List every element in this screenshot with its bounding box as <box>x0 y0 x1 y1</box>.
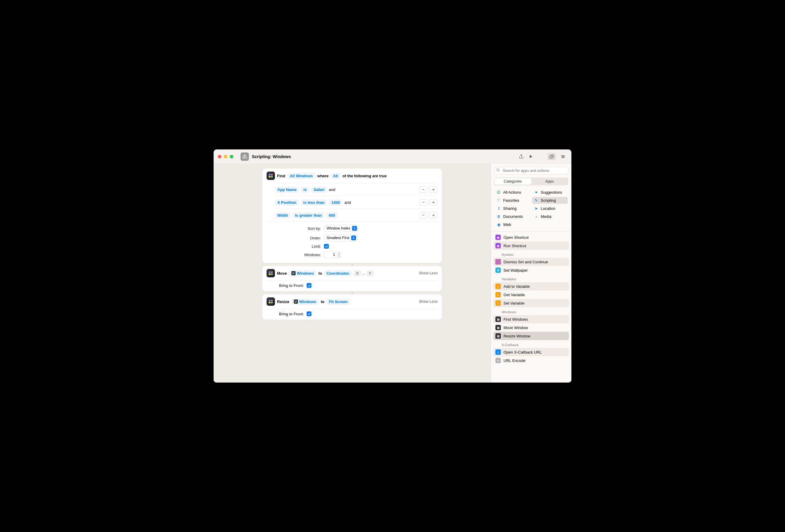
step-down[interactable]: ▼ <box>337 255 341 257</box>
library-toggle-button[interactable] <box>548 153 556 160</box>
match-mode-token[interactable]: All <box>331 173 340 179</box>
category-web[interactable]: ◉Web <box>495 221 530 228</box>
filter-value-token[interactable]: 1400 <box>329 200 342 206</box>
filter-op-token[interactable]: is less than <box>301 200 327 206</box>
share-button[interactable] <box>516 152 526 161</box>
filter-op-token[interactable]: is greater than <box>293 212 324 218</box>
close-window-button[interactable] <box>218 155 221 158</box>
order-select[interactable]: Smallest First <box>324 234 357 241</box>
remove-filter-button[interactable]: − <box>419 186 428 193</box>
find-scope-token[interactable]: All Windows <box>287 173 315 179</box>
action-list: ◆Open Shortcut ◆Run Shortcut System Dism… <box>491 232 572 382</box>
find-windows-action[interactable]: Find All Windows where All of the follow… <box>262 168 442 263</box>
list-item[interactable]: xAdd to Variable <box>493 282 569 291</box>
x-token[interactable]: X <box>354 270 361 276</box>
move-target-token[interactable]: Windows <box>289 270 316 276</box>
location-icon: ➤ <box>534 206 539 211</box>
library-segmented-control: Categories Apps <box>494 178 568 185</box>
filter-field-token[interactable]: Width <box>275 212 290 218</box>
variable-icon: x <box>496 284 501 289</box>
list-item[interactable]: Dismiss Siri and Continue <box>493 258 569 266</box>
to-label: to <box>318 271 322 275</box>
y-token[interactable]: Y <box>366 270 374 276</box>
bring-front-label: Bring to Front: <box>279 312 304 316</box>
show-less-button[interactable]: Show Less <box>419 299 438 304</box>
filter-tail: and <box>344 200 351 205</box>
resize-target-token[interactable]: Windows <box>292 299 319 305</box>
category-suggestions[interactable]: ✦Suggestions <box>532 189 568 196</box>
app-window: Scripting: Windows Find All Win <box>213 150 572 382</box>
windows-icon: ▦ <box>496 325 501 330</box>
svg-rect-11 <box>269 273 271 275</box>
list-item[interactable]: ◆Open Shortcut <box>493 233 569 241</box>
category-favorites[interactable]: ♡Favorites <box>495 197 530 204</box>
category-documents[interactable]: 🗎Documents <box>495 213 530 220</box>
settings-button[interactable] <box>559 153 567 160</box>
action-library-sidebar: Categories Apps ☰All Actions ✦Suggestion… <box>490 164 572 382</box>
resize-window-action[interactable]: Resize Windows to Fit Screen Show Less B… <box>262 294 442 320</box>
list-item[interactable]: ❄Set Wallpaper <box>493 266 569 274</box>
zoom-window-button[interactable] <box>230 155 233 158</box>
svg-point-4 <box>562 157 563 158</box>
svg-rect-10 <box>271 271 273 273</box>
resize-mode-token[interactable]: Fit Screen <box>326 299 350 305</box>
filter-value-token[interactable]: Safari <box>311 186 327 193</box>
mission-control-icon <box>267 297 275 306</box>
category-scripting[interactable]: ✎Scripting <box>532 197 568 204</box>
add-filter-button[interactable]: ＋ <box>429 212 438 218</box>
list-item[interactable]: ▦Resize Window <box>493 332 569 340</box>
move-verb: Move <box>277 271 287 275</box>
bring-front-checkbox[interactable] <box>307 283 311 288</box>
mission-control-icon <box>267 171 275 180</box>
list-item[interactable]: xGet Variable <box>493 291 569 299</box>
show-less-button[interactable]: Show Less <box>419 271 438 275</box>
list-item[interactable]: ◆Run Shortcut <box>493 241 569 250</box>
run-button[interactable] <box>526 152 535 161</box>
remove-filter-button[interactable]: − <box>419 199 428 206</box>
remove-filter-button[interactable]: − <box>419 212 428 218</box>
windows-count-label: Windows: <box>279 252 324 257</box>
filter-value-token[interactable]: 400 <box>326 212 338 218</box>
limit-checkbox[interactable] <box>324 244 329 249</box>
shortcuts-icon: ◆ <box>496 235 501 240</box>
windows-count-input[interactable] <box>324 252 337 257</box>
bring-front-checkbox[interactable] <box>307 312 311 316</box>
find-verb: Find <box>277 174 285 178</box>
list-item[interactable]: xOpen X-Callback URL <box>493 348 569 356</box>
filter-op-token[interactable]: is <box>301 186 309 193</box>
list-item[interactable]: ▦Move Window <box>493 323 569 332</box>
move-window-action[interactable]: Move Windows to Coordinates X , Y Show L… <box>262 266 442 291</box>
add-filter-button[interactable]: ＋ <box>429 186 438 193</box>
step-up[interactable]: ▲ <box>337 252 341 255</box>
wand-icon: ✎ <box>534 198 539 203</box>
category-location[interactable]: ➤Location <box>532 205 568 212</box>
document-icon: 🗎 <box>496 214 501 219</box>
titlebar: Scripting: Windows <box>213 150 572 164</box>
category-sharing[interactable]: ⇪Sharing <box>495 205 530 212</box>
apps-tab[interactable]: Apps <box>531 178 568 185</box>
filter-tail: and <box>329 187 335 192</box>
categories-tab[interactable]: Categories <box>495 178 531 185</box>
window-title: Scripting: Windows <box>252 154 291 159</box>
list-item[interactable]: ▦Find Windows <box>493 315 569 323</box>
coordinates-token[interactable]: Coordinates <box>324 270 352 276</box>
list-item[interactable]: ∞URL Encode <box>493 356 569 365</box>
section-header: Variables <box>493 274 569 282</box>
resize-verb: Resize <box>277 299 289 304</box>
add-filter-button[interactable]: ＋ <box>429 199 438 206</box>
filter-field-token[interactable]: X Position <box>275 200 299 206</box>
filter-field-token[interactable]: App Name <box>275 186 299 193</box>
heart-icon: ♡ <box>496 198 501 203</box>
svg-rect-23 <box>295 301 296 302</box>
windows-count-stepper[interactable]: ▲▼ <box>324 251 341 258</box>
sort-by-select[interactable]: Window Index <box>324 225 358 232</box>
search-input[interactable] <box>494 167 568 175</box>
workflow-canvas[interactable]: Find All Windows where All of the follow… <box>213 164 490 382</box>
list-item[interactable]: xSet Variable <box>493 299 569 307</box>
minimize-window-button[interactable] <box>224 155 227 158</box>
filter-row: App Name is Safari and − ＋ <box>275 183 438 196</box>
windows-icon: ▦ <box>496 317 501 322</box>
category-all-actions[interactable]: ☰All Actions <box>495 189 530 196</box>
category-media[interactable]: ♪Media <box>532 213 568 220</box>
svg-marker-0 <box>530 155 532 158</box>
